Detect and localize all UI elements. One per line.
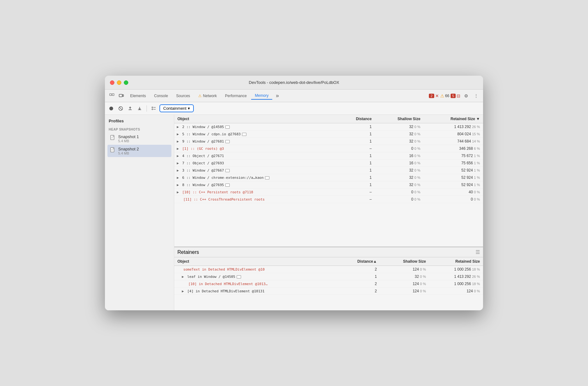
expand-arrow-icon[interactable]: ▶ (177, 176, 179, 180)
svg-rect-2 (119, 94, 122, 97)
expand-arrow-icon[interactable]: ▶ (177, 139, 179, 143)
expand-arrow-icon[interactable]: ▶ (182, 289, 184, 293)
col-object[interactable]: Object (174, 115, 338, 123)
retainers-table[interactable]: Object Distance▲ Shallow Size Retained S… (174, 257, 483, 310)
traffic-lights (110, 80, 128, 85)
svg-rect-7 (152, 107, 153, 108)
devtools-window: DevTools - codepen.io/web-dot-dev/live/P… (105, 76, 483, 310)
upload-button[interactable] (126, 105, 134, 112)
expand-arrow-icon[interactable]: ▶ (177, 183, 179, 187)
expand-arrow-icon[interactable]: ▶ (177, 132, 179, 136)
containment-dropdown[interactable]: Containment ▾ (159, 104, 194, 112)
expand-arrow-icon[interactable]: ▶ (177, 125, 179, 129)
record-button[interactable] (107, 105, 115, 112)
retainers-label-text: Retainers (177, 249, 199, 255)
ret-col-shallow[interactable]: Shallow Size (380, 257, 429, 266)
col-distance[interactable]: Distance (338, 115, 375, 123)
table-row[interactable]: ▶ leaf in Window / @14505 1 32 0 % 1 413… (174, 273, 483, 280)
tab-elements[interactable]: Elements (126, 92, 150, 99)
warning-count: 66 (445, 94, 449, 98)
snapshot2-name: Snapshot 2 (118, 147, 169, 151)
ret-col-distance[interactable]: Distance▲ (337, 257, 380, 266)
table-row[interactable]: ▶ 6 :: Window / chrome-extension://a…kao… (174, 174, 483, 181)
toolbar-right: 2 ✕ ⚠ 66 5 ⊟ ⚙ ⋮ (429, 91, 481, 100)
table-row[interactable]: someText in Detached HTMLDivElement @10 … (174, 266, 483, 273)
settings-icon[interactable]: ⚙ (462, 91, 470, 100)
expand-arrow-icon[interactable]: ▶ (177, 161, 179, 165)
download-button[interactable] (136, 105, 143, 112)
cell-distance: 1 (338, 167, 375, 174)
cell-distance: 1 (337, 273, 380, 280)
cell-shallow: 32 0 % (375, 167, 424, 174)
table-row[interactable]: ▶ 3 :: Window / @27667 1 32 0 % 52 924 1… (174, 167, 483, 174)
table-row[interactable]: ▶ 7 :: Object / @27693 1 16 0 % 75 656 1… (174, 160, 483, 167)
snapshot1-size: 5.4 MB (118, 139, 169, 143)
cell-retained: 346 268 6 % (424, 145, 483, 152)
svg-rect-14 (111, 148, 114, 152)
table-row[interactable]: ▶ 4 :: Object / @27671 1 16 0 % 75 672 1… (174, 152, 483, 160)
snapshot2-size: 5.4 MB (118, 151, 169, 155)
more-options-icon[interactable]: ⋮ (472, 91, 481, 100)
table-row[interactable]: ▶ [4] in Detached HTMLDivElement @10131 … (174, 288, 483, 295)
expand-arrow-icon[interactable]: ▶ (177, 154, 179, 158)
sidebar-item-snapshot2[interactable]: Snapshot 2 5.4 MB (107, 145, 171, 157)
tab-performance[interactable]: Performance (221, 92, 251, 99)
cell-retained: 804 024 15 % (424, 131, 483, 138)
tab-sources[interactable]: Sources (172, 92, 194, 99)
cell-distance: – (338, 189, 375, 196)
cell-shallow: 32 0 % (375, 131, 424, 138)
col-retained[interactable]: Retained Size ▼ (424, 115, 483, 123)
sidebar-title: Profiles (107, 119, 171, 123)
retainers-header: Retainers ☰ (174, 247, 483, 257)
device-icon[interactable] (117, 91, 126, 100)
table-row[interactable]: ▶ 5 :: Window / cdpn.io @27683 1 32 0 % … (174, 131, 483, 138)
svg-rect-0 (110, 94, 112, 96)
cell-retained: 52 924 1 % (424, 181, 483, 189)
table-row[interactable]: ▶ 8 :: Window / @27695 1 32 0 % 52 924 1… (174, 181, 483, 189)
info-badge: 5 (451, 94, 456, 98)
table-row[interactable]: ▶ [10] :: C++ Persistent roots @7118 – 0… (174, 189, 483, 196)
snapshot1-info: Snapshot 1 5.4 MB (118, 134, 169, 143)
ret-col-object[interactable]: Object (174, 257, 337, 266)
table-row[interactable]: ▶ [1] :: (GC roots) @3 – 0 0 % 346 268 6… (174, 145, 483, 152)
snapshot2-icon (110, 147, 116, 155)
expand-arrow-icon[interactable]: ▶ (182, 275, 184, 279)
sort-icon: ▼ (476, 117, 480, 121)
ret-col-retained[interactable]: Retained Size (429, 257, 483, 266)
cell-retained: 52 924 1 % (424, 167, 483, 174)
tab-memory[interactable]: Memory (251, 92, 272, 100)
cell-object: ▶ [10] :: C++ Persistent roots @7118 (174, 189, 338, 196)
main-data-table[interactable]: Object Distance Shallow Size Retained Si… (174, 115, 483, 247)
tab-console[interactable]: Console (150, 92, 172, 99)
col-shallow[interactable]: Shallow Size (375, 115, 424, 123)
tab-network[interactable]: ⚠ Network (194, 92, 221, 99)
maximize-button[interactable] (124, 80, 128, 85)
svg-rect-8 (152, 109, 153, 110)
filter-button[interactable] (150, 105, 158, 112)
table-row[interactable]: [11] :: C++ CrossThreadPersistent roots … (174, 196, 483, 203)
main-panels: Profiles HEAP SNAPSHOTS Snapshot 1 5.4 M… (105, 115, 483, 310)
close-button[interactable] (110, 80, 114, 85)
sidebar-item-snapshot1[interactable]: Snapshot 1 5.4 MB (107, 132, 171, 145)
more-tabs-icon[interactable]: » (273, 91, 282, 100)
table-row[interactable]: ▶ 2 :: Window / @14505 1 32 0 % 1 413 29… (174, 123, 483, 131)
minimize-button[interactable] (117, 80, 121, 85)
table-row[interactable]: [10] in Detached HTMLDivElement @1013… 2… (174, 280, 483, 288)
expand-arrow-icon[interactable]: ▶ (177, 190, 179, 194)
error-icon: ✕ (435, 93, 439, 98)
cell-shallow: 124 0 % (380, 280, 429, 288)
cell-retained: 0 0 % (424, 196, 483, 203)
inspector-icon[interactable] (107, 91, 116, 100)
retainers-menu-icon[interactable]: ☰ (476, 249, 480, 255)
window-icon (242, 133, 246, 136)
cell-distance: 2 (337, 280, 380, 288)
cell-shallow: 124 0 % (380, 288, 429, 295)
clear-button[interactable] (117, 105, 124, 112)
expand-arrow-icon[interactable]: ▶ (177, 168, 179, 173)
cell-distance: – (338, 196, 375, 203)
table-row[interactable]: ▶ 9 :: Window / @27681 1 32 0 % 744 684 … (174, 138, 483, 145)
expand-arrow-icon[interactable]: ▶ (177, 147, 179, 151)
cell-shallow: 32 0 % (375, 123, 424, 131)
titlebar: DevTools - codepen.io/web-dot-dev/live/P… (105, 76, 483, 90)
cell-object: [11] :: C++ CrossThreadPersistent roots (174, 196, 338, 203)
